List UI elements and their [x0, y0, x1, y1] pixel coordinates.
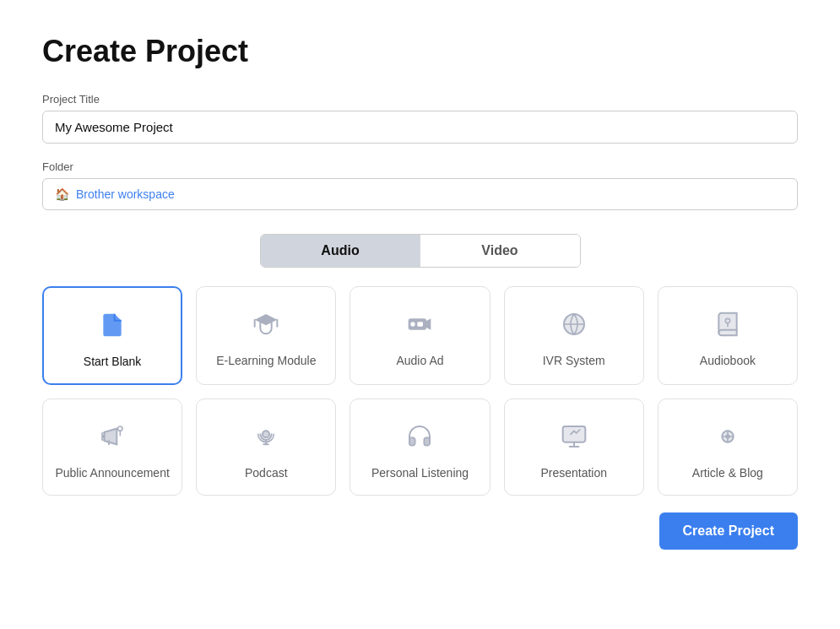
folder-value: Brother workspace: [76, 187, 175, 201]
svg-rect-8: [562, 426, 585, 442]
cards-row-2: Public Announcement Podcast Personal Lis…: [42, 399, 798, 496]
ivr-icon: [561, 311, 588, 344]
card-start-blank[interactable]: Start Blank: [42, 286, 182, 385]
card-personal-listening-label: Personal Listening: [371, 466, 469, 480]
svg-rect-2: [418, 322, 424, 326]
card-audio-ad-label: Audio Ad: [396, 354, 443, 367]
card-audiobook-label: Audiobook: [700, 354, 756, 367]
folder-selector[interactable]: 🏠 Brother workspace: [42, 178, 798, 210]
card-elearning[interactable]: E-Learning Module: [196, 286, 336, 385]
footer: Create Project: [42, 512, 798, 550]
announcement-icon: [99, 423, 126, 456]
card-public-announcement-label: Public Announcement: [55, 466, 169, 480]
card-personal-listening[interactable]: Personal Listening: [350, 399, 490, 496]
elearning-icon: [252, 311, 279, 344]
card-article-blog-label: Article & Blog: [692, 466, 763, 480]
presentation-icon: [561, 423, 588, 456]
svg-point-12: [725, 434, 729, 438]
folder-group: Folder 🏠 Brother workspace: [42, 160, 798, 210]
card-audiobook[interactable]: Audiobook: [658, 286, 798, 385]
card-ivr-label: IVR System: [543, 354, 605, 367]
card-public-announcement[interactable]: Public Announcement: [42, 399, 182, 496]
project-title-group: Project Title: [42, 93, 798, 144]
card-audio-ad[interactable]: Audio Ad: [350, 286, 490, 385]
audiobook-icon: [714, 311, 741, 344]
folder-label: Folder: [42, 160, 798, 173]
podcast-icon: [252, 423, 279, 456]
svg-point-4: [572, 313, 575, 316]
card-ivr[interactable]: IVR System: [504, 286, 644, 385]
tab-video[interactable]: Video: [420, 235, 580, 267]
tabs-wrapper: Audio Video: [260, 234, 581, 268]
page-title: Create Project: [42, 34, 798, 69]
svg-point-1: [411, 322, 415, 326]
project-title-input[interactable]: [42, 111, 798, 144]
card-article-blog[interactable]: Article & Blog: [658, 399, 798, 496]
card-presentation-label: Presentation: [540, 466, 607, 480]
blank-icon: [99, 312, 126, 344]
tabs-container: Audio Video: [42, 234, 798, 268]
card-start-blank-label: Start Blank: [84, 355, 141, 368]
home-icon: 🏠: [55, 187, 69, 201]
card-podcast[interactable]: Podcast: [196, 399, 336, 496]
card-podcast-label: Podcast: [245, 466, 288, 480]
cards-row-1: Start Blank E-Learning Module Audio Ad: [42, 286, 798, 385]
blog-icon: [714, 423, 741, 456]
listening-icon: [406, 423, 433, 456]
create-project-button[interactable]: Create Project: [659, 512, 799, 550]
tab-audio[interactable]: Audio: [261, 235, 420, 267]
card-presentation[interactable]: Presentation: [504, 399, 644, 496]
audioad-icon: [406, 311, 433, 344]
project-title-label: Project Title: [42, 93, 798, 106]
card-elearning-label: E-Learning Module: [216, 354, 316, 367]
